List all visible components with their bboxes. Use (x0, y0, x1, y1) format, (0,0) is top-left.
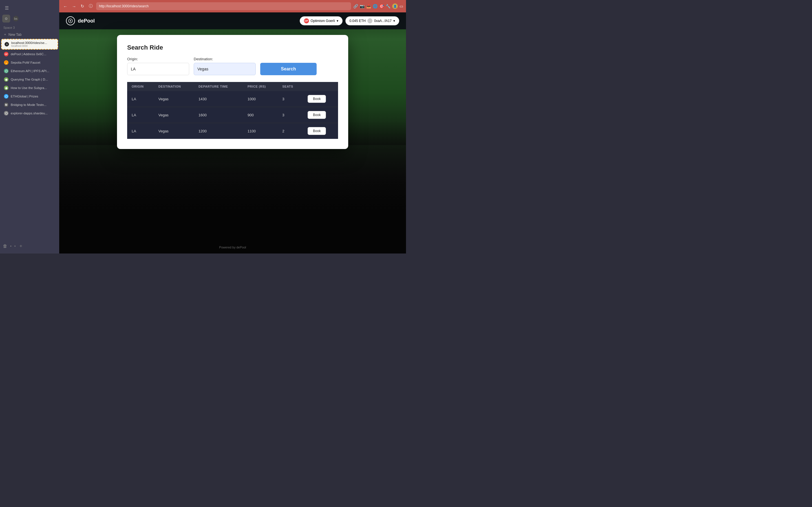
cell-seats-2: 2 (278, 123, 303, 139)
tab-item-ethglobal[interactable]: ⬡ ETHGlobal | Prizes (1, 93, 58, 100)
url-bar[interactable] (96, 2, 351, 10)
cell-seats-1: 3 (278, 107, 303, 123)
globe-icon[interactable]: 🌐 (373, 4, 377, 8)
tab-item-active[interactable]: ⊙ localhost:3000/rides/se... localhost:3… (1, 39, 58, 50)
cell-origin-0: LA (127, 91, 154, 107)
sidebar-toggle-button[interactable]: ☰ (3, 4, 11, 12)
dots-icon-2[interactable]: ● (14, 245, 16, 247)
sidebar-right-icon[interactable]: ▭ (400, 4, 403, 8)
extensions-icon[interactable]: 🔧 (386, 4, 391, 8)
table-head: ORIGIN DESTINATION DEPARTURE TIME PRICE … (127, 82, 338, 91)
cell-action-2: Book (303, 123, 338, 139)
tab-item-graph[interactable]: ◉ Querying The Graph | D... (1, 75, 58, 83)
cell-seats-0: 3 (278, 91, 303, 107)
ethglobal-favicon: ⬡ (4, 94, 8, 99)
subgraph-tab-title: How to Use the Subgra... (11, 86, 55, 90)
subgraph-favicon: ◉ (4, 86, 8, 90)
col-price: PRICE (RS) (243, 82, 278, 91)
wallet-chevron: ▾ (393, 19, 395, 23)
search-button[interactable]: Search (260, 63, 317, 75)
profile-icon[interactable]: 👤 (392, 3, 398, 9)
forward-button[interactable]: → (71, 3, 77, 10)
col-destination: DESTINATION (154, 82, 194, 91)
col-seats: SEATS (278, 82, 303, 91)
bridging-favicon: M (4, 103, 8, 107)
browser-toolbar: ← → ↻ ⓘ 🔗 📷 📥 🌐 🎯 🔧 👤 ▭ (59, 0, 406, 12)
download-icon[interactable]: 📥 (366, 4, 371, 8)
sepolia-favicon: 🔥 (4, 60, 8, 65)
cell-departure-0: 1430 (194, 91, 243, 107)
mini-tab-bs[interactable]: bs (12, 15, 20, 22)
cell-action-0: Book (303, 91, 338, 107)
table-body: LA Vegas 1430 1000 3 Book LA Vegas 1600 … (127, 91, 338, 139)
eth-amount: 0.045 ETH (350, 19, 366, 23)
graph-tab-title: Querying The Graph | D... (11, 78, 55, 81)
active-tab-subtitle: localhost:3000 (11, 45, 47, 47)
bridging-tab-title: Bridging to Mode Testn... (11, 103, 55, 107)
depool-tab-title: dePool | Address 0x6C... (11, 52, 55, 56)
network-button[interactable]: OP Optimism Goerli ▾ (300, 16, 343, 25)
cell-destination-2: Vegas (154, 123, 194, 139)
new-tab-button[interactable]: ＋ New Tab (0, 31, 59, 39)
tab-item-ethereum[interactable]: ⬡ Ethereum API | IPFS API... (1, 67, 58, 75)
op-icon: OP (304, 18, 309, 23)
origin-group: Origin: (127, 57, 189, 75)
tab-item-explorer[interactable]: ⬡ explorer-dapps.shardeu... (1, 109, 58, 117)
table-row: LA Vegas 1430 1000 3 Book (127, 91, 338, 107)
table-row: LA Vegas 1200 1100 2 Book (127, 123, 338, 139)
wallet-address-button[interactable]: 0.045 ETH 0xaA...fA17 ▾ (345, 16, 399, 25)
reload-button[interactable]: ↻ (80, 3, 86, 10)
ethereum-favicon: ⬡ (4, 69, 8, 73)
origin-input[interactable] (127, 63, 189, 75)
active-tab-favicon: ⊙ (4, 42, 9, 47)
ethglobal-tab-title: ETHGlobal | Prizes (11, 95, 55, 98)
camera-icon[interactable]: 📷 (360, 4, 364, 8)
plus-icon: ＋ (3, 32, 7, 37)
tab-item-sepolia[interactable]: 🔥 Sepolia PoW Faucet (1, 59, 58, 66)
browser-chrome: ← → ↻ ⓘ 🔗 📷 📥 🌐 🎯 🔧 👤 ▭ (59, 0, 406, 253)
network-label: Optimism Goerli (311, 19, 335, 23)
cell-origin-1: LA (127, 107, 154, 123)
logo-text: dePool (78, 18, 95, 24)
wallet-address: 0xaA...fA17 (374, 19, 392, 23)
depool-favicon: OP (4, 52, 8, 56)
toolbar-right: 🔗 📷 📥 🌐 🎯 🔧 👤 ▭ (353, 3, 403, 9)
tab-item-bridging[interactable]: M Bridging to Mode Testn... (1, 101, 58, 109)
tab-item-depool[interactable]: OP dePool | Address 0x6C... (1, 50, 58, 58)
cell-price-1: 900 (243, 107, 278, 123)
tab-item-subgraph[interactable]: ◉ How to Use the Subgra... (1, 84, 58, 92)
book-button-1[interactable]: Book (308, 111, 326, 119)
book-button-0[interactable]: Book (308, 95, 326, 103)
origin-label: Origin: (127, 57, 189, 61)
destination-input[interactable] (194, 63, 256, 75)
card-title: Search Ride (127, 44, 338, 51)
sepolia-tab-title: Sepolia PoW Faucet (11, 61, 55, 64)
logo-icon (66, 16, 75, 25)
book-button-2[interactable]: Book (308, 127, 326, 135)
cell-price-2: 1100 (243, 123, 278, 139)
mini-tabs: ⊙ bs (0, 13, 59, 24)
mini-tab-active[interactable]: ⊙ (2, 15, 10, 22)
bookmark-icon[interactable]: 🔗 (353, 4, 358, 8)
search-card: Search Ride Origin: Destination: Search … (117, 35, 348, 149)
cell-action-1: Book (303, 107, 338, 123)
table-header-row: ORIGIN DESTINATION DEPARTURE TIME PRICE … (127, 82, 338, 91)
ethereum-tab-title: Ethereum API | IPFS API... (11, 69, 55, 73)
cell-departure-2: 1200 (194, 123, 243, 139)
graph-favicon: ◉ (4, 77, 8, 82)
network-chevron: ▾ (337, 19, 338, 23)
trash-icon[interactable]: 🗑 (3, 244, 7, 249)
col-origin: ORIGIN (127, 82, 154, 91)
sidebar-top: ☰ (0, 2, 59, 13)
info-icon: ⓘ (88, 4, 94, 9)
cell-price-0: 1000 (243, 91, 278, 107)
location-icon[interactable]: 🎯 (379, 4, 384, 8)
space-label: Space 3 (0, 24, 59, 31)
sidebar-bottom: 🗑 ● ● ＋ (0, 241, 59, 251)
back-button[interactable]: ← (62, 3, 68, 10)
table-row: LA Vegas 1600 900 3 Book (127, 107, 338, 123)
add-sidebar-icon[interactable]: ＋ (18, 243, 23, 249)
new-tab-label: New Tab (8, 33, 21, 37)
tab-list: ⊙ localhost:3000/rides/se... localhost:3… (0, 39, 59, 117)
dots-icon-1[interactable]: ● (10, 245, 11, 247)
